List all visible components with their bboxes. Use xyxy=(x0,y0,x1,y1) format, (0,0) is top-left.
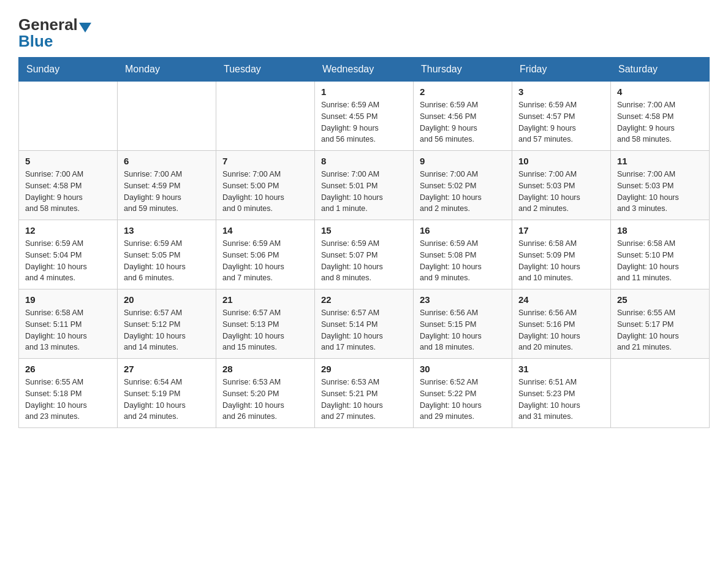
day-info: Sunrise: 7:00 AMSunset: 5:02 PMDaylight:… xyxy=(420,169,506,215)
day-number: 18 xyxy=(617,225,703,236)
day-number: 16 xyxy=(420,225,506,236)
day-info: Sunrise: 6:55 AMSunset: 5:18 PMDaylight:… xyxy=(25,377,111,423)
day-number: 19 xyxy=(25,294,111,305)
day-number: 7 xyxy=(222,156,308,166)
day-info: Sunrise: 6:54 AMSunset: 5:19 PMDaylight:… xyxy=(124,377,210,423)
calendar-cell xyxy=(611,359,710,428)
calendar-cell: 20Sunrise: 6:57 AMSunset: 5:12 PMDayligh… xyxy=(118,289,216,359)
weekday-header-wednesday: Wednesday xyxy=(315,58,414,82)
day-info: Sunrise: 6:59 AMSunset: 4:57 PMDaylight:… xyxy=(518,99,604,145)
calendar-cell: 6Sunrise: 7:00 AMSunset: 4:59 PMDaylight… xyxy=(118,151,216,220)
weekday-header-sunday: Sunday xyxy=(19,58,118,82)
calendar-cell: 22Sunrise: 6:57 AMSunset: 5:14 PMDayligh… xyxy=(315,289,414,359)
calendar-week-3: 12Sunrise: 6:59 AMSunset: 5:04 PMDayligh… xyxy=(19,220,710,289)
calendar-cell: 10Sunrise: 7:00 AMSunset: 5:03 PMDayligh… xyxy=(512,151,611,220)
day-number: 14 xyxy=(222,225,308,236)
day-number: 6 xyxy=(124,156,210,166)
calendar-cell: 12Sunrise: 6:59 AMSunset: 5:04 PMDayligh… xyxy=(19,220,118,289)
calendar-cell: 18Sunrise: 6:58 AMSunset: 5:10 PMDayligh… xyxy=(611,220,710,289)
logo-row2: Blue xyxy=(18,32,53,51)
calendar-cell: 25Sunrise: 6:55 AMSunset: 5:17 PMDayligh… xyxy=(611,289,710,359)
day-info: Sunrise: 6:57 AMSunset: 5:13 PMDaylight:… xyxy=(222,307,308,353)
calendar-cell xyxy=(19,82,118,151)
calendar-week-2: 5Sunrise: 7:00 AMSunset: 4:58 PMDaylight… xyxy=(19,151,710,220)
day-number: 23 xyxy=(420,294,506,305)
day-info: Sunrise: 6:59 AMSunset: 5:04 PMDaylight:… xyxy=(25,238,111,284)
calendar-cell: 23Sunrise: 6:56 AMSunset: 5:15 PMDayligh… xyxy=(414,289,512,359)
day-info: Sunrise: 7:00 AMSunset: 4:58 PMDaylight:… xyxy=(25,169,111,215)
day-number: 3 xyxy=(518,86,604,97)
weekday-header-tuesday: Tuesday xyxy=(216,58,315,82)
day-info: Sunrise: 6:53 AMSunset: 5:20 PMDaylight:… xyxy=(222,377,308,423)
day-info: Sunrise: 7:00 AMSunset: 5:03 PMDaylight:… xyxy=(617,169,703,215)
day-info: Sunrise: 7:00 AMSunset: 5:01 PMDaylight:… xyxy=(321,169,407,215)
day-number: 5 xyxy=(25,156,111,166)
day-number: 1 xyxy=(321,86,407,97)
day-number: 29 xyxy=(321,364,407,374)
day-info: Sunrise: 7:00 AMSunset: 4:59 PMDaylight:… xyxy=(124,169,210,215)
day-number: 12 xyxy=(25,225,111,236)
day-info: Sunrise: 6:59 AMSunset: 5:07 PMDaylight:… xyxy=(321,238,407,284)
calendar-cell xyxy=(118,82,216,151)
day-number: 24 xyxy=(518,294,604,305)
calendar-cell: 15Sunrise: 6:59 AMSunset: 5:07 PMDayligh… xyxy=(315,220,414,289)
day-number: 27 xyxy=(124,364,210,374)
day-number: 22 xyxy=(321,294,407,305)
day-number: 15 xyxy=(321,225,407,236)
day-info: Sunrise: 6:58 AMSunset: 5:09 PMDaylight:… xyxy=(518,238,604,284)
day-number: 26 xyxy=(25,364,111,374)
day-info: Sunrise: 6:58 AMSunset: 5:11 PMDaylight:… xyxy=(25,307,111,353)
calendar-cell: 30Sunrise: 6:52 AMSunset: 5:22 PMDayligh… xyxy=(414,359,512,428)
calendar-cell xyxy=(216,82,315,151)
day-number: 30 xyxy=(420,364,506,374)
calendar-cell: 2Sunrise: 6:59 AMSunset: 4:56 PMDaylight… xyxy=(414,82,512,151)
calendar-week-4: 19Sunrise: 6:58 AMSunset: 5:11 PMDayligh… xyxy=(19,289,710,359)
day-number: 25 xyxy=(617,294,703,305)
calendar-cell: 14Sunrise: 6:59 AMSunset: 5:06 PMDayligh… xyxy=(216,220,315,289)
calendar-cell: 7Sunrise: 7:00 AMSunset: 5:00 PMDaylight… xyxy=(216,151,315,220)
calendar-week-5: 26Sunrise: 6:55 AMSunset: 5:18 PMDayligh… xyxy=(19,359,710,428)
day-info: Sunrise: 6:57 AMSunset: 5:12 PMDaylight:… xyxy=(124,307,210,353)
calendar-cell: 31Sunrise: 6:51 AMSunset: 5:23 PMDayligh… xyxy=(512,359,611,428)
day-number: 13 xyxy=(124,225,210,236)
calendar-cell: 28Sunrise: 6:53 AMSunset: 5:20 PMDayligh… xyxy=(216,359,315,428)
day-number: 10 xyxy=(518,156,604,166)
logo-blue: Blue xyxy=(18,32,53,50)
day-number: 20 xyxy=(124,294,210,305)
page-header: General Blue xyxy=(18,12,710,51)
day-number: 4 xyxy=(617,86,703,97)
day-info: Sunrise: 7:00 AMSunset: 5:00 PMDaylight:… xyxy=(222,169,308,215)
day-info: Sunrise: 6:59 AMSunset: 5:05 PMDaylight:… xyxy=(124,238,210,284)
day-number: 21 xyxy=(222,294,308,305)
calendar-cell: 16Sunrise: 6:59 AMSunset: 5:08 PMDayligh… xyxy=(414,220,512,289)
calendar-week-1: 1Sunrise: 6:59 AMSunset: 4:55 PMDaylight… xyxy=(19,82,710,151)
day-number: 11 xyxy=(617,156,703,166)
calendar-header-row: SundayMondayTuesdayWednesdayThursdayFrid… xyxy=(19,58,710,82)
day-info: Sunrise: 6:52 AMSunset: 5:22 PMDaylight:… xyxy=(420,377,506,423)
day-number: 17 xyxy=(518,225,604,236)
calendar-cell: 3Sunrise: 6:59 AMSunset: 4:57 PMDaylight… xyxy=(512,82,611,151)
day-number: 9 xyxy=(420,156,506,166)
day-info: Sunrise: 6:51 AMSunset: 5:23 PMDaylight:… xyxy=(518,377,604,423)
day-info: Sunrise: 6:59 AMSunset: 5:08 PMDaylight:… xyxy=(420,238,506,284)
calendar-cell: 9Sunrise: 7:00 AMSunset: 5:02 PMDaylight… xyxy=(414,151,512,220)
day-info: Sunrise: 6:55 AMSunset: 5:17 PMDaylight:… xyxy=(617,307,703,353)
day-number: 31 xyxy=(518,364,604,374)
calendar-cell: 13Sunrise: 6:59 AMSunset: 5:05 PMDayligh… xyxy=(118,220,216,289)
calendar-cell: 1Sunrise: 6:59 AMSunset: 4:55 PMDaylight… xyxy=(315,82,414,151)
logo-triangle-icon xyxy=(79,23,91,33)
weekday-header-saturday: Saturday xyxy=(611,58,710,82)
calendar-cell: 17Sunrise: 6:58 AMSunset: 5:09 PMDayligh… xyxy=(512,220,611,289)
day-number: 8 xyxy=(321,156,407,166)
day-info: Sunrise: 6:56 AMSunset: 5:15 PMDaylight:… xyxy=(420,307,506,353)
calendar-cell: 4Sunrise: 7:00 AMSunset: 4:58 PMDaylight… xyxy=(611,82,710,151)
calendar-cell: 19Sunrise: 6:58 AMSunset: 5:11 PMDayligh… xyxy=(19,289,118,359)
logo: General Blue xyxy=(18,12,93,51)
day-info: Sunrise: 6:59 AMSunset: 5:06 PMDaylight:… xyxy=(222,238,308,284)
day-info: Sunrise: 6:57 AMSunset: 5:14 PMDaylight:… xyxy=(321,307,407,353)
weekday-header-thursday: Thursday xyxy=(414,58,512,82)
calendar-cell: 27Sunrise: 6:54 AMSunset: 5:19 PMDayligh… xyxy=(118,359,216,428)
day-info: Sunrise: 7:00 AMSunset: 4:58 PMDaylight:… xyxy=(617,99,703,145)
calendar-cell: 11Sunrise: 7:00 AMSunset: 5:03 PMDayligh… xyxy=(611,151,710,220)
day-info: Sunrise: 7:00 AMSunset: 5:03 PMDaylight:… xyxy=(518,169,604,215)
